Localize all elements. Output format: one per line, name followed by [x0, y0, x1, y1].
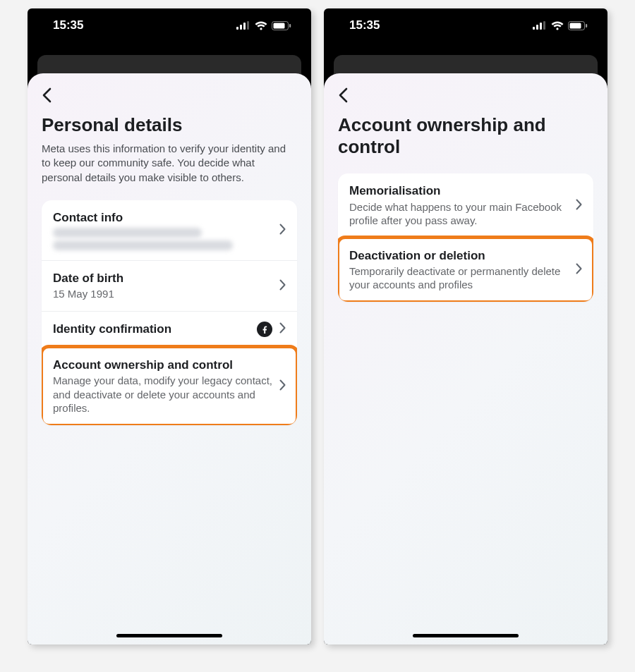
- status-bar: 15:35: [324, 8, 607, 42]
- chevron-right-icon: [279, 322, 286, 336]
- status-icons: [236, 21, 291, 30]
- wifi-icon: [551, 21, 564, 30]
- back-button[interactable]: [42, 87, 52, 106]
- svg-rect-9: [540, 23, 542, 30]
- row-memorialisation[interactable]: Memorialisation Decide what happens to y…: [338, 173, 593, 237]
- status-bar: 15:35: [28, 8, 311, 42]
- svg-rect-5: [274, 23, 285, 28]
- phone-left: 15:35 Personal details Meta uses this in…: [28, 8, 311, 644]
- status-time: 15:35: [349, 18, 380, 32]
- page-subtitle: Meta uses this information to verify you…: [42, 142, 297, 185]
- chevron-left-icon: [338, 87, 348, 103]
- back-button[interactable]: [338, 87, 348, 106]
- battery-icon: [568, 21, 588, 30]
- chevron-right-icon: [279, 279, 286, 293]
- home-indicator[interactable]: [413, 634, 519, 637]
- redacted-text: [53, 240, 233, 250]
- row-subtitle: Decide what happens to your main Faceboo…: [349, 200, 569, 228]
- status-icons: [533, 21, 588, 30]
- cellular-icon: [236, 21, 250, 30]
- status-time: 15:35: [53, 18, 83, 32]
- sheet: Personal details Meta uses this informat…: [28, 73, 311, 644]
- row-identity-confirmation[interactable]: Identity confirmation: [42, 311, 297, 347]
- svg-rect-0: [236, 27, 238, 30]
- svg-rect-1: [240, 25, 242, 30]
- facebook-icon: [257, 322, 272, 337]
- settings-card: Contact info Date of birth 15 May 1991: [42, 200, 297, 425]
- row-title: Deactivation or deletion: [349, 248, 569, 263]
- svg-rect-7: [533, 27, 535, 30]
- row-date-of-birth[interactable]: Date of birth 15 May 1991: [42, 260, 297, 311]
- chevron-right-icon: [279, 379, 286, 393]
- page-title: Account ownership and control: [338, 114, 593, 158]
- row-contact-info[interactable]: Contact info: [42, 200, 297, 260]
- row-subtitle: Manage your data, modify your legacy con…: [53, 374, 272, 415]
- wifi-icon: [255, 21, 267, 30]
- svg-rect-3: [247, 21, 249, 30]
- settings-card: Memorialisation Decide what happens to y…: [338, 173, 593, 302]
- svg-rect-8: [536, 25, 538, 30]
- redacted-text: [53, 228, 202, 238]
- row-title: Memorialisation: [349, 183, 569, 198]
- chevron-right-icon: [576, 199, 582, 213]
- chevron-right-icon: [576, 263, 582, 277]
- sheet: Account ownership and control Memorialis…: [324, 73, 607, 644]
- row-title: Contact info: [53, 210, 272, 225]
- svg-rect-12: [570, 23, 581, 28]
- battery-icon: [272, 21, 291, 30]
- row-title: Date of birth: [53, 271, 272, 286]
- row-subtitle: Temporarily deactivate or permanently de…: [349, 264, 569, 292]
- row-deactivation-deletion[interactable]: Deactivation or deletion Temporarily dea…: [338, 238, 593, 302]
- chevron-left-icon: [42, 87, 52, 103]
- svg-rect-2: [243, 23, 246, 30]
- row-account-ownership[interactable]: Account ownership and control Manage you…: [42, 347, 297, 425]
- row-title: Account ownership and control: [53, 358, 272, 372]
- svg-rect-6: [289, 24, 291, 28]
- svg-rect-10: [543, 21, 545, 30]
- page-title: Personal details: [42, 114, 297, 136]
- row-title: Identity confirmation: [53, 322, 250, 336]
- svg-rect-13: [586, 24, 587, 28]
- cellular-icon: [533, 21, 547, 30]
- home-indicator[interactable]: [116, 634, 222, 637]
- row-subtitle: 15 May 1991: [53, 287, 272, 301]
- chevron-right-icon: [279, 224, 286, 238]
- phone-right: 15:35 Account ownership and control Memo…: [324, 8, 607, 644]
